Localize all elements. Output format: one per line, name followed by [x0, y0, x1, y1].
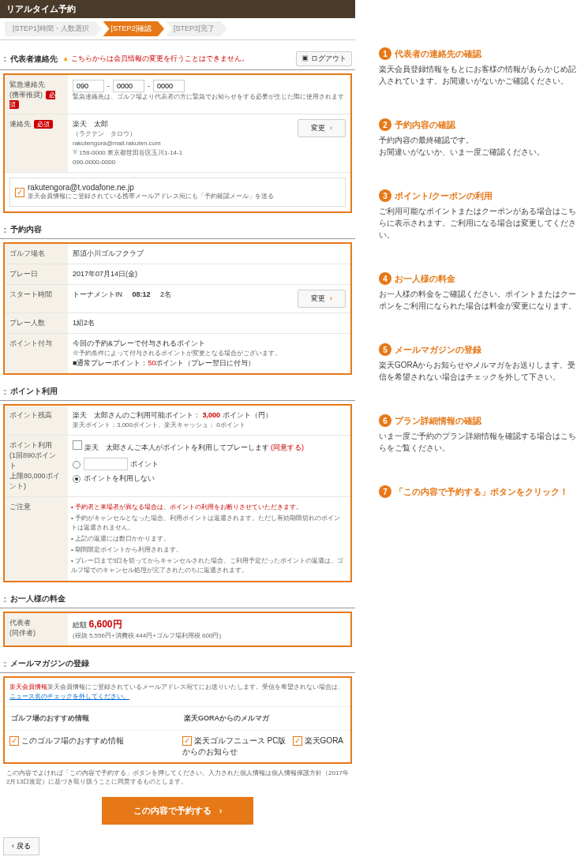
start-change-button[interactable]: 変更	[298, 290, 346, 308]
annotation-body: お一人様の料金をご確認ください。ポイントまたはクーポンをご利用になられた場合は料…	[379, 288, 580, 312]
emg-tel-3[interactable]	[153, 80, 185, 92]
mailmag-block: 楽天会員情報楽天会員情報にご登録されているメールアドレス宛てにお送りいたします。…	[3, 676, 352, 764]
annotation-number: 4	[379, 272, 391, 285]
annotation-body: 楽天GORAからお知らせやメルマガをお送りします。受信を希望されない場合はチェッ…	[379, 359, 580, 383]
uncheck-link[interactable]: ニュース名のチェックを外してください。	[9, 693, 129, 700]
points-label: ポイント付与	[5, 334, 68, 373]
annotation-title: 「この内容で予約する」ボタンをクリック！	[395, 486, 568, 498]
annotation-title: ポイント/クーポンの利用	[395, 190, 492, 202]
page-title: リアルタイム予約	[0, 0, 355, 18]
contact-email: rakutengora@mail.rakuten.com	[73, 139, 346, 148]
start-label: スタート時間	[5, 285, 68, 312]
reservation-block: ゴルフ場名那須小川ゴルフクラブ プレー日2017年07月14日(金) スタート時…	[3, 242, 352, 375]
caution-label: ご注意	[5, 497, 68, 581]
annotation-3: 3ポイント/クーポンの利用ご利用可能なポイントまたはクーポンがある場合はこちらに…	[379, 189, 580, 241]
rep-label: 代表者 (同伴者)	[5, 613, 68, 645]
balance-label: ポイント残高	[5, 406, 68, 435]
points-amount-radio[interactable]	[73, 461, 81, 469]
annotation-title: 予約内容の確認	[395, 119, 455, 131]
use-points-label: ポイント利用 (1回890ポイント 上限80,000ポイント)	[5, 436, 68, 496]
use-points-checkbox[interactable]	[73, 440, 82, 450]
confirm-mail-checkbox[interactable]: ✓	[15, 188, 24, 197]
sec3-title: ポイント利用	[10, 386, 58, 397]
annotation-2: 2予約内容の確認予約内容の最終確認です。 お間違いがないか、いま一度ご確認くださ…	[379, 118, 580, 158]
players-label: プレー人数	[5, 313, 68, 333]
step-1: [STEP1]時間・人数選択	[5, 21, 102, 36]
playdate-label: プレー日	[5, 264, 68, 284]
caution-list: • 予約者と来場者が異なる場合は、ポイントの利用をお断りさせていただきます。 •…	[68, 497, 350, 581]
annotation-title: メールマガジンの登録	[395, 344, 481, 356]
points-amount-input[interactable]	[84, 458, 128, 470]
mailmag-check-2[interactable]: ✓	[182, 736, 192, 746]
sec1-title: 代表者連絡先	[10, 54, 58, 65]
step-tabs: [STEP1]時間・人数選択 [STEP2]確認 [STEP3]完了	[0, 18, 355, 40]
course-value: 那須小川ゴルフクラブ	[68, 244, 350, 264]
emg-tel-1[interactable]	[73, 80, 104, 92]
sec1-warning: こちらからは会員情報の変更を行うことはできません。	[62, 54, 249, 64]
submit-button-1[interactable]: この内容で予約する	[102, 797, 254, 825]
annotation-title: プラン詳細情報の確認	[395, 415, 481, 427]
contact-block: 緊急連絡先 (携帯推奨)必須 - - 緊急連絡先は、ゴルフ場より代表者の方に緊急…	[3, 73, 352, 213]
annotation-body: ご利用可能なポイントまたはクーポンがある場合はこちらに表示されます。ご利用になる…	[379, 205, 580, 241]
step-2: [STEP2]確認	[103, 21, 165, 36]
annotation-number: 2	[379, 118, 391, 131]
mailmag-check-3[interactable]: ✓	[293, 736, 302, 746]
annotation-4: 4お一人様の料金お一人様の料金をご確認ください。ポイントまたはクーポンをご利用に…	[379, 272, 580, 312]
mailmag-check-1[interactable]: ✓	[9, 736, 19, 746]
emergency-label: 緊急連絡先 (携帯推奨)必須	[5, 75, 68, 114]
annotation-number: 3	[379, 189, 391, 202]
emg-tel-2[interactable]	[113, 80, 144, 92]
annotation-1: 1代表者の連絡先の確認楽天会員登録情報をもとにお客様の情報があらかじめ記入されて…	[379, 47, 580, 87]
back-button-1[interactable]: 戻る	[3, 837, 39, 855]
annotation-title: お一人様の料金	[395, 273, 455, 285]
confirm-mail-note: 楽天会員情報にご登録されている携帯メールアドレス宛にも「予約確認メール」を送る	[28, 192, 274, 201]
price-block: 代表者 (同伴者) 総額 6,600円 (税抜 5,556円+消費税 444円+…	[3, 612, 352, 647]
annotation-body: 予約内容の最終確認です。 お間違いがないか、いま一度ご確認ください。	[379, 134, 580, 158]
contact-addr: 〒158-0000 東京都世田谷区玉川1-14-1	[73, 148, 346, 158]
playdate-value: 2017年07月14日(金)	[68, 264, 350, 284]
confirm-mail-addr: rakutengora@t.vodafone.ne.jp	[28, 183, 274, 192]
annotation-number: 1	[379, 47, 391, 60]
annotation-number: 5	[379, 343, 391, 356]
course-label: ゴルフ場名	[5, 244, 68, 264]
sec4-title: お一人様の料金	[10, 593, 66, 604]
annotation-title: 代表者の連絡先の確認	[395, 48, 481, 60]
points-block: ポイント残高 楽天 太郎さんのご利用可能ポイント： 3,000 ポイント（円） …	[3, 404, 352, 582]
step-3: [STEP3]完了	[166, 21, 227, 36]
players-value: 1組2名	[68, 313, 350, 333]
contact-tel: 090-0000-0000	[73, 158, 346, 167]
contact-label: 連絡先必須	[5, 114, 68, 172]
annotation-7: 7「この内容で予約する」ボタンをクリック！	[379, 485, 580, 498]
annotation-body: 楽天会員登録情報をもとにお客様の情報があらかじめ記入されています。お間違いがない…	[379, 63, 580, 87]
sec2-title: 予約内容	[10, 224, 42, 235]
logout-button[interactable]: ▣ ログアウト	[296, 51, 352, 66]
annotation-5: 5メールマガジンの登録楽天GORAからお知らせやメルマガをお送りします。受信を希…	[379, 343, 580, 383]
agree-note: この内容でよければ「この内容で予約する」ボタンを押してください。入力された個人情…	[0, 764, 355, 791]
annotation-number: 7	[379, 485, 391, 498]
annotation-number: 6	[379, 414, 391, 427]
balance-points: 3,000	[203, 411, 221, 419]
no-points-radio[interactable]	[73, 475, 81, 483]
annotation-6: 6プラン詳細情報の確認いま一度ご予約のプラン詳細情報を確認する場合はこちらをご覧…	[379, 414, 580, 454]
annotation-body: いま一度ご予約のプラン詳細情報を確認する場合はこちらをご覧ください。	[379, 430, 580, 454]
emg-note: 緊急連絡先は、ゴルフ場より代表者の方に緊急でお知らせをする必要が生じた際に使用さ…	[73, 92, 346, 102]
contact-change-button[interactable]: 変更	[298, 119, 346, 137]
sec5-title: メールマガジンの登録	[10, 658, 89, 669]
total-price: 6,600円	[89, 619, 122, 630]
